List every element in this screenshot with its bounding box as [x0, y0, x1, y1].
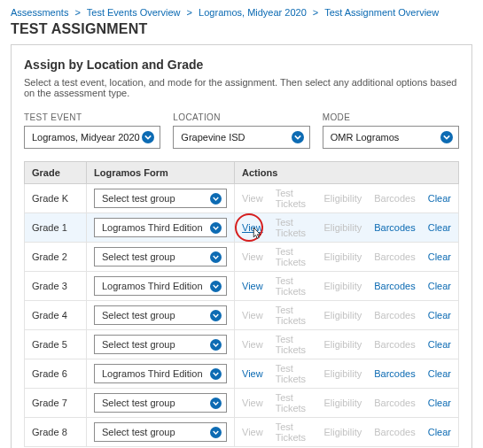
grade-cell: Grade 1: [25, 213, 87, 243]
action-clear[interactable]: Clear: [428, 281, 451, 291]
action-clear[interactable]: Clear: [428, 368, 451, 379]
chevron-down-icon: [210, 398, 222, 409]
form-cell: Select test group: [87, 301, 235, 330]
chevron-down-icon: [210, 281, 222, 292]
action-clear[interactable]: Clear: [428, 339, 451, 350]
action-view[interactable]: View: [242, 368, 263, 379]
form-value: Logramos Third Edition: [102, 222, 203, 233]
actions-cell: ViewTest TicketsEligibilityBarcodesClear: [235, 301, 459, 330]
chevron-down-icon: [440, 131, 453, 143]
grade-cell: Grade 4: [25, 301, 87, 330]
form-cell: Select test group: [87, 184, 235, 213]
location-dropdown[interactable]: Grapevine ISD: [173, 126, 309, 149]
grade-cell: Grade 8: [25, 418, 87, 447]
action-barcodes: Barcodes: [374, 193, 415, 204]
breadcrumb: Assessments > Test Events Overview > Log…: [11, 7, 472, 18]
test-event-dropdown[interactable]: Logramos, Midyear 2020: [24, 126, 160, 149]
breadcrumb-test-events[interactable]: Test Events Overview: [87, 7, 181, 18]
action-clear[interactable]: Clear: [428, 193, 451, 204]
chevron-down-icon: [142, 131, 154, 143]
form-cell: Select test group: [87, 418, 235, 447]
mode-dropdown[interactable]: OMR Logramos: [323, 126, 459, 149]
action-view[interactable]: View: [242, 281, 263, 291]
form-cell: Logramos Third Edition: [87, 213, 235, 243]
table-row: Grade 2Select test groupViewTest Tickets…: [25, 243, 459, 272]
form-dropdown[interactable]: Select test group: [94, 393, 227, 413]
test-event-value: Logramos, Midyear 2020: [32, 132, 140, 143]
actions-cell: ViewTest TicketsEligibilityBarcodesClear: [235, 330, 459, 359]
chevron-down-icon: [210, 427, 222, 438]
actions-cell: ViewTest TicketsEligibilityBarcodesClear: [235, 418, 459, 447]
action-barcodes[interactable]: Barcodes: [374, 368, 415, 379]
action-test-tickets: Test Tickets: [276, 275, 312, 297]
table-row: Grade 6Logramos Third EditionViewTest Ti…: [25, 359, 459, 389]
action-barcodes[interactable]: Barcodes: [374, 281, 415, 291]
action-eligibility: Eligibility: [323, 398, 362, 408]
form-value: Select test group: [102, 193, 175, 204]
action-test-tickets: Test Tickets: [276, 392, 312, 413]
action-eligibility: Eligibility: [323, 339, 362, 350]
action-view: View: [242, 193, 263, 204]
form-cell: Logramos Third Edition: [87, 359, 235, 389]
actions-cell: ViewTest TicketsEligibilityBarcodesClear: [235, 243, 459, 272]
actions-cell: ViewTest TicketsEligibilityBarcodesClear: [235, 272, 459, 301]
grade-cell: Grade K: [25, 184, 87, 213]
location-value: Grapevine ISD: [181, 132, 245, 143]
action-test-tickets: Test Tickets: [276, 217, 312, 238]
action-view[interactable]: View: [242, 222, 263, 233]
action-clear[interactable]: Clear: [428, 222, 451, 233]
action-clear[interactable]: Clear: [428, 251, 451, 262]
table-row: Grade 4Select test groupViewTest Tickets…: [25, 301, 459, 330]
action-eligibility: Eligibility: [323, 222, 362, 233]
form-dropdown[interactable]: Logramos Third Edition: [94, 218, 227, 237]
action-clear[interactable]: Clear: [428, 427, 451, 437]
table-row: Grade 8Select test groupViewTest Tickets…: [25, 418, 459, 447]
grade-cell: Grade 2: [25, 243, 87, 272]
panel-heading: Assign by Location and Grade: [24, 58, 459, 72]
breadcrumb-sep: >: [313, 7, 318, 18]
action-test-tickets: Test Tickets: [276, 246, 312, 267]
table-row: Grade 3Logramos Third EditionViewTest Ti…: [25, 272, 459, 301]
form-value: Select test group: [102, 398, 175, 408]
form-dropdown[interactable]: Logramos Third Edition: [94, 276, 227, 296]
action-barcodes: Barcodes: [374, 427, 415, 437]
test-event-label: TEST EVENT: [24, 112, 160, 122]
form-cell: Select test group: [87, 330, 235, 359]
action-barcodes: Barcodes: [374, 339, 415, 350]
grade-cell: Grade 3: [25, 272, 87, 301]
action-barcodes: Barcodes: [374, 398, 415, 408]
assign-panel: Assign by Location and Grade Select a te…: [11, 44, 472, 448]
form-dropdown[interactable]: Select test group: [94, 305, 227, 325]
action-clear[interactable]: Clear: [428, 398, 451, 408]
form-dropdown[interactable]: Select test group: [94, 335, 227, 354]
action-test-tickets: Test Tickets: [276, 188, 312, 209]
chevron-down-icon: [210, 368, 222, 380]
col-header-form: Logramos Form: [87, 162, 235, 184]
col-header-grade: Grade: [25, 162, 87, 184]
breadcrumb-sep: >: [74, 7, 80, 18]
form-dropdown[interactable]: Logramos Third Edition: [94, 364, 227, 383]
breadcrumb-assignment-overview[interactable]: Test Assignment Overview: [324, 7, 439, 18]
form-dropdown[interactable]: Select test group: [94, 422, 227, 442]
form-dropdown[interactable]: Select test group: [94, 189, 227, 208]
action-view: View: [242, 427, 263, 437]
breadcrumb-event-name[interactable]: Logramos, Midyear 2020: [199, 7, 307, 18]
table-row: Grade 5Select test groupViewTest Tickets…: [25, 330, 459, 359]
form-value: Select test group: [102, 427, 175, 437]
action-eligibility: Eligibility: [323, 427, 362, 437]
grade-cell: Grade 5: [25, 330, 87, 359]
chevron-down-icon: [292, 131, 304, 143]
form-dropdown[interactable]: Select test group: [94, 247, 227, 266]
breadcrumb-assessments[interactable]: Assessments: [11, 7, 68, 18]
action-test-tickets: Test Tickets: [276, 421, 312, 443]
action-view: View: [242, 398, 263, 408]
action-barcodes: Barcodes: [374, 310, 415, 321]
actions-cell: ViewTest TicketsEligibilityBarcodesClear: [235, 213, 459, 243]
action-barcodes[interactable]: Barcodes: [374, 222, 415, 233]
action-eligibility: Eligibility: [323, 368, 362, 379]
form-value: Logramos Third Edition: [102, 368, 203, 379]
assignment-table: Grade Logramos Form Actions Grade KSelec…: [24, 161, 459, 447]
action-clear[interactable]: Clear: [428, 310, 451, 321]
chevron-down-icon: [210, 222, 222, 234]
mode-label: MODE: [323, 112, 459, 122]
